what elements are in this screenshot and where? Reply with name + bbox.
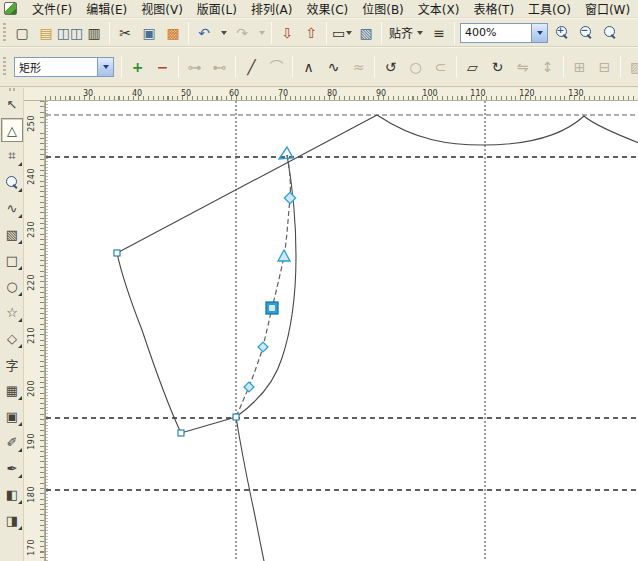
- break-nodes-button[interactable]: ⊷: [208, 55, 231, 79]
- table-tool[interactable]: ▦: [1, 378, 23, 402]
- distribute-nodes-button[interactable]: ⊟: [593, 55, 616, 79]
- zoom-page-button[interactable]: [599, 22, 621, 44]
- add-node-button[interactable]: +: [126, 55, 149, 79]
- shoulder-line[interactable]: [117, 115, 377, 253]
- menu-effects[interactable]: 效果(C): [299, 0, 355, 18]
- new-document-button[interactable]: ▢: [11, 22, 33, 44]
- smart-fill-tool[interactable]: ▧: [1, 222, 23, 246]
- corner-node[interactable]: [178, 430, 184, 436]
- propbar-separator: [121, 56, 122, 78]
- hruler-label: 100: [422, 89, 437, 98]
- redo-dropdown-button[interactable]: [255, 22, 267, 44]
- crop-tool[interactable]: ⌗: [1, 144, 23, 168]
- toolbar-drag-handle[interactable]: [3, 23, 6, 43]
- import-button[interactable]: ⇩: [276, 22, 298, 44]
- menu-layout[interactable]: 版面(L): [190, 0, 244, 18]
- save-button[interactable]: ◫◫: [59, 22, 81, 44]
- menu-text[interactable]: 文本(X): [411, 0, 467, 18]
- curve-node[interactable]: [278, 250, 290, 261]
- property-bar-drag-handle[interactable]: [3, 57, 6, 77]
- shape-tool[interactable]: △: [1, 118, 23, 142]
- open-button[interactable]: ▤: [35, 22, 57, 44]
- menu-edit[interactable]: 编辑(E): [79, 0, 134, 18]
- convert-to-line-button[interactable]: ╱: [240, 55, 263, 79]
- outline-pen-tool[interactable]: ✒: [1, 456, 23, 480]
- reflect-vertical-button[interactable]: ↕: [536, 55, 559, 79]
- armhole-curve-selected[interactable]: [236, 155, 290, 417]
- basic-shapes-tool[interactable]: ◇: [1, 326, 23, 350]
- symmetric-node-button[interactable]: ≈: [347, 55, 370, 79]
- zoom-tool[interactable]: [1, 170, 23, 194]
- reverse-direction-button[interactable]: ↺: [379, 55, 402, 79]
- zoom-out-button[interactable]: −: [575, 22, 597, 44]
- extract-subpath-button[interactable]: ⊂: [429, 55, 452, 79]
- reflect-horizontal-button[interactable]: ⇋: [511, 55, 534, 79]
- application-launcher-button[interactable]: ▭: [331, 22, 353, 44]
- print-button[interactable]: ▥: [83, 22, 105, 44]
- zoom-in-button[interactable]: +: [551, 22, 573, 44]
- options-button[interactable]: ≡: [428, 22, 450, 44]
- curve-node[interactable]: [284, 192, 295, 203]
- paste-button[interactable]: ▩: [162, 22, 184, 44]
- rectangle-tool[interactable]: □: [1, 248, 23, 272]
- convert-to-line-icon: ╱: [247, 60, 255, 74]
- convert-to-curve-icon: ⌒: [270, 60, 284, 74]
- curve-smoothness-button[interactable]: ▨: [625, 55, 638, 79]
- shape-preset-combo[interactable]: 矩形: [14, 57, 114, 77]
- export-button[interactable]: ⇧: [300, 22, 322, 44]
- drawing-canvas[interactable]: [45, 101, 638, 561]
- menu-file[interactable]: 文件(F): [25, 0, 79, 18]
- hruler-label: 90: [376, 89, 386, 98]
- vertical-ruler[interactable]: 250 240 230 220 210 200 190 180 170: [24, 101, 45, 561]
- zoom-combo-dropdown-button[interactable]: [531, 24, 547, 42]
- menu-tools[interactable]: 工具(O): [521, 0, 578, 18]
- menu-window[interactable]: 窗口(W): [578, 0, 637, 18]
- curve-node[interactable]: [244, 382, 254, 392]
- pick-tool[interactable]: ↖: [1, 92, 23, 116]
- ellipse-tool[interactable]: ○: [1, 274, 23, 298]
- menu-bitmaps[interactable]: 位图(B): [355, 0, 411, 18]
- undo-button[interactable]: ↶: [193, 22, 215, 44]
- welcome-screen-button[interactable]: ▧: [355, 22, 377, 44]
- junction-node[interactable]: [233, 414, 239, 420]
- armhole-curve-front[interactable]: [236, 155, 296, 417]
- neckline-curve[interactable]: [377, 115, 638, 145]
- snap-to-label: 贴齐: [389, 24, 413, 41]
- text-tool[interactable]: 字: [1, 352, 23, 376]
- menu-view[interactable]: 视图(V): [134, 0, 190, 18]
- horizontal-ruler[interactable]: 30 40 50 60 70 80 90 100 110 120 130: [24, 88, 638, 101]
- sleeve-seam[interactable]: [117, 253, 181, 433]
- delete-node-icon: −: [157, 60, 169, 74]
- polygon-tool[interactable]: ☆: [1, 300, 23, 324]
- cut-button[interactable]: ✂: [114, 22, 136, 44]
- blend-tool[interactable]: ▣: [1, 404, 23, 428]
- side-seam-curve[interactable]: [236, 417, 264, 561]
- menu-arrange[interactable]: 排列(A): [244, 0, 300, 18]
- corner-node[interactable]: [114, 250, 120, 256]
- fill-tool[interactable]: ◧: [1, 482, 23, 506]
- redo-button[interactable]: ↷: [231, 22, 253, 44]
- curve-node[interactable]: [258, 342, 268, 352]
- delete-node-button[interactable]: −: [151, 55, 174, 79]
- copy-button[interactable]: ▣: [138, 22, 160, 44]
- close-curve-button[interactable]: ○: [404, 55, 427, 79]
- cusp-node-button[interactable]: ∧: [297, 55, 320, 79]
- convert-to-curve-button[interactable]: ⌒: [265, 55, 288, 79]
- zoom-level-combo[interactable]: 400%: [460, 23, 548, 43]
- snap-to-button[interactable]: 贴齐: [385, 22, 427, 43]
- join-nodes-button[interactable]: ⊶: [183, 55, 206, 79]
- undo-dropdown-button[interactable]: [217, 22, 229, 44]
- preset-combo-dropdown-button[interactable]: [97, 58, 113, 76]
- stretch-nodes-button[interactable]: ▱: [461, 55, 484, 79]
- underarm-line[interactable]: [181, 417, 236, 433]
- chevron-down-icon: [417, 31, 423, 35]
- toolbox-drag-handle[interactable]: [9, 88, 15, 91]
- freehand-tool[interactable]: ∿: [1, 196, 23, 220]
- align-nodes-button[interactable]: ⊞: [568, 55, 591, 79]
- smooth-node-button[interactable]: ∿: [322, 55, 345, 79]
- symmetric-node-icon: ≈: [353, 60, 365, 74]
- interactive-fill-tool[interactable]: ◨: [1, 508, 23, 532]
- menu-table[interactable]: 表格(T): [466, 0, 521, 18]
- rotate-nodes-button[interactable]: ↻: [486, 55, 509, 79]
- eyedropper-tool[interactable]: ✐: [1, 430, 23, 454]
